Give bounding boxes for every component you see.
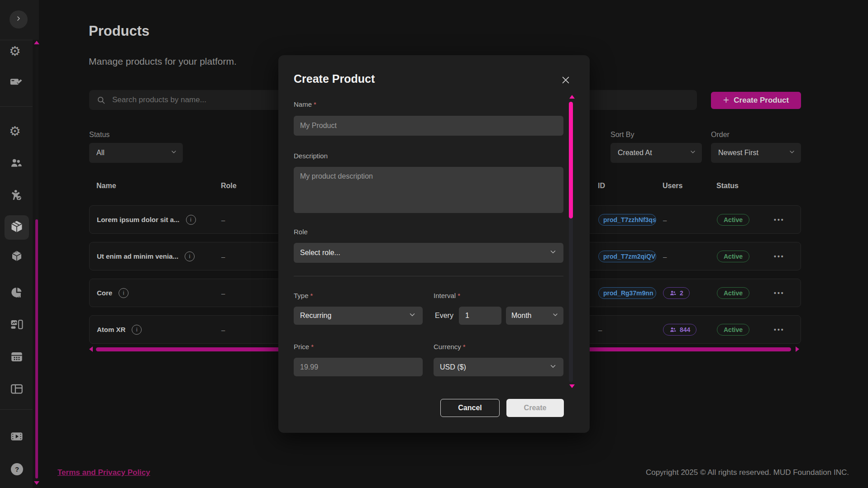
required-marker: * [458, 292, 460, 299]
info-icon[interactable] [132, 325, 142, 335]
sidebar-item-products-active[interactable] [5, 215, 29, 240]
create-product-modal: Create Product Name* Description Role Se… [278, 55, 590, 433]
sort-by-label: Sort By [610, 131, 634, 139]
chevron-down-icon [408, 311, 416, 321]
currency-label: Currency* [434, 343, 466, 351]
calendar-icon[interactable] [10, 350, 24, 364]
terms-privacy-link[interactable]: Terms and Privacy Policy [57, 468, 150, 477]
sidebar-toggle-button[interactable] [10, 10, 28, 28]
product-id-badge: prod_T7zzhNf3qs [598, 214, 656, 226]
settings-icon[interactable]: ⚙ [9, 45, 21, 58]
required-marker: * [314, 100, 316, 108]
status-badge: Active [717, 251, 749, 262]
product-id-badge: prod_Rg37m9nn [598, 287, 656, 299]
name-label: Name* [294, 100, 316, 108]
chevron-right-icon [15, 15, 22, 24]
modal-title: Create Product [294, 72, 375, 85]
sort-by-dropdown[interactable]: Created At [610, 143, 702, 163]
status-badge: Active [717, 287, 749, 299]
cancel-button[interactable]: Cancel [440, 399, 500, 417]
sidebar-scroll-up-arrow[interactable] [34, 41, 39, 44]
currency-select[interactable]: USD ($) [434, 358, 563, 376]
type-select[interactable]: Recurring [294, 307, 423, 325]
table-scroll-left-arrow[interactable] [89, 346, 93, 352]
price-input[interactable] [294, 358, 423, 376]
users-icon [669, 289, 677, 297]
price-label: Price* [294, 343, 314, 351]
interval-count-input[interactable] [459, 307, 501, 325]
media-layout-icon[interactable] [10, 318, 24, 332]
analytics-pie-icon[interactable] [10, 286, 24, 299]
chevron-down-icon [549, 362, 557, 372]
chevron-down-icon [552, 311, 559, 320]
status-badge: Active [717, 214, 749, 226]
status-badge: Active [717, 324, 749, 336]
photos-icon[interactable] [10, 249, 24, 263]
create-product-button[interactable]: + Create Product [711, 92, 801, 109]
plus-icon: + [723, 94, 729, 106]
search-icon [96, 95, 106, 105]
divider [0, 40, 33, 40]
modal-scroll-up-arrow[interactable] [569, 95, 575, 99]
info-icon[interactable] [186, 215, 196, 225]
page-subtitle: Manage products for your platform. [89, 56, 237, 67]
interval-unit-select[interactable]: Month [506, 307, 563, 325]
modal-scroll-thumb[interactable] [569, 102, 573, 218]
divider [294, 276, 563, 276]
product-name: Core [97, 289, 112, 297]
page-title: Products [89, 23, 149, 39]
description-label: Description [294, 152, 328, 160]
users-value: – [663, 216, 667, 223]
help-icon[interactable]: ? [11, 463, 23, 475]
role-value: – [221, 289, 225, 297]
billing-card-icon[interactable] [10, 75, 23, 89]
sidebar-scroll-thumb[interactable] [35, 219, 38, 479]
status-filter-label: Status [89, 131, 110, 139]
modal-scroll-down-arrow[interactable] [569, 384, 575, 388]
create-button-disabled[interactable]: Create [506, 399, 564, 417]
order-label: Order [711, 131, 730, 139]
users-icon [669, 326, 677, 333]
required-marker: * [310, 292, 313, 299]
close-icon[interactable] [561, 75, 571, 87]
product-id-badge: prod_T7zm2qiQV [598, 251, 656, 262]
column-header-name: Name [96, 182, 116, 190]
screen: ⚙ ⚙ [0, 0, 868, 488]
sidebar-scroll-down-arrow[interactable] [34, 481, 39, 485]
panel-layout-icon[interactable] [10, 382, 24, 396]
order-dropdown[interactable]: Newest First [711, 143, 801, 163]
settings-icon[interactable]: ⚙ [9, 125, 21, 138]
required-marker: * [311, 343, 314, 351]
chevron-down-icon [170, 148, 177, 157]
status-dropdown[interactable]: All [89, 143, 183, 163]
chevron-down-icon [549, 248, 557, 258]
product-name: Atom XR [97, 326, 125, 333]
description-textarea[interactable] [294, 167, 563, 213]
info-icon[interactable] [119, 288, 129, 298]
info-icon[interactable] [185, 251, 195, 261]
product-name: Lorem ipsum dolor sit a... [97, 216, 180, 223]
column-header-status: Status [716, 182, 739, 190]
role-select[interactable]: Select role... [294, 243, 563, 263]
row-menu-button[interactable]: ••• [774, 289, 785, 297]
name-input[interactable] [294, 116, 563, 136]
copyright-text: Copyright 2025 © All rights reserved. MU… [646, 468, 849, 477]
row-menu-button[interactable]: ••• [774, 216, 785, 223]
type-label: Type* [294, 292, 313, 299]
divider [0, 106, 33, 107]
chevron-down-icon [788, 148, 796, 157]
interval-label: Interval* [434, 292, 460, 299]
users-icon[interactable] [10, 156, 23, 170]
video-media-icon[interactable] [10, 430, 24, 443]
required-marker: * [463, 343, 466, 351]
divider [0, 409, 33, 410]
person-check-icon[interactable] [10, 189, 23, 202]
row-menu-button[interactable]: ••• [774, 253, 785, 260]
role-value: – [221, 326, 225, 333]
users-badge: 2 [663, 287, 690, 299]
interval-every-label: Every [435, 307, 453, 325]
column-header-users: Users [663, 182, 682, 190]
row-menu-button[interactable]: ••• [774, 326, 785, 333]
table-scroll-right-arrow[interactable] [796, 346, 799, 352]
column-header-role: Role [221, 182, 237, 190]
